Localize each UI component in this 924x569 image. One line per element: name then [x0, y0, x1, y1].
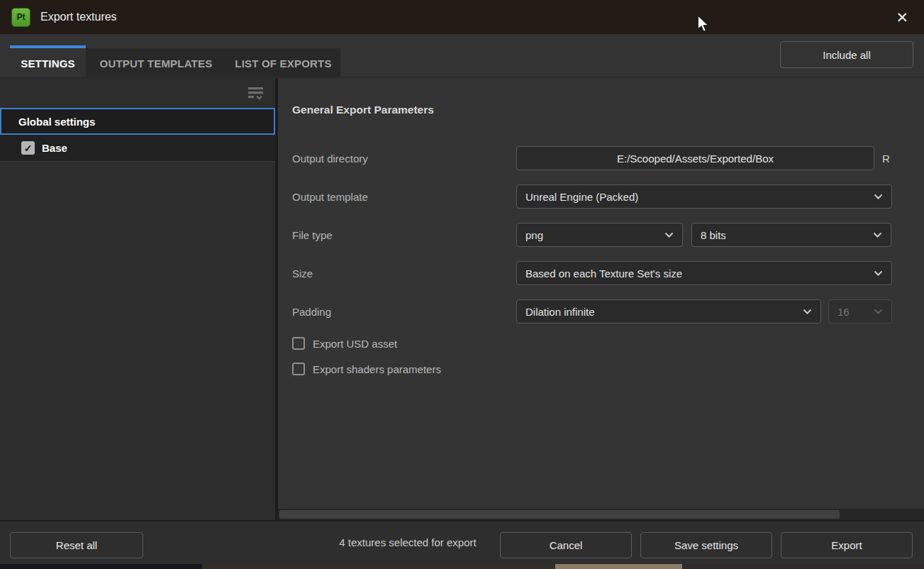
dropdown-value: 16 — [837, 306, 850, 318]
padding-algorithm-dropdown[interactable]: Dilation infinite — [516, 299, 821, 324]
file-type-dropdown[interactable]: png — [516, 223, 683, 247]
output-directory-input[interactable] — [516, 146, 874, 170]
chevron-down-icon — [873, 232, 882, 238]
checkbox-label: Export USD asset — [313, 338, 397, 350]
sidebar-header — [0, 78, 275, 108]
substance-painter-app-icon: Pt — [11, 8, 30, 27]
chevron-down-icon — [874, 309, 883, 314]
close-icon[interactable]: ✕ — [891, 9, 913, 26]
cancel-button[interactable]: Cancel — [500, 532, 632, 558]
export-shaders-parameters-checkbox[interactable] — [292, 363, 305, 375]
dropdown-value: png — [525, 229, 543, 241]
title-bar: Pt Export textures ✕ — [0, 0, 924, 34]
include-all-button[interactable]: Include all — [780, 41, 913, 68]
background-app-strip — [0, 564, 924, 569]
file-type-row: File type png 8 bits — [292, 216, 892, 254]
output-directory-row: Output directory R — [292, 139, 892, 177]
reset-field-shortcut[interactable]: R — [882, 153, 890, 165]
export-usd-asset-checkbox[interactable] — [292, 337, 305, 350]
field-label: Size — [292, 267, 516, 280]
field-label: File type — [292, 229, 516, 241]
tab-bar: SETTINGS OUTPUT TEMPLATES LIST OF EXPORT… — [10, 45, 340, 78]
texture-set-sidebar: Global settings ✓ Base — [0, 78, 275, 520]
window-title: Export textures — [40, 11, 117, 23]
chevron-down-icon — [874, 194, 883, 199]
horizontal-scrollbar-thumb[interactable] — [279, 510, 840, 519]
base-checkbox[interactable]: ✓ — [21, 141, 35, 155]
chevron-down-icon — [803, 309, 812, 314]
horizontal-scrollbar[interactable] — [278, 509, 924, 520]
footer-bar: Reset all 4 textures selected for export… — [0, 520, 924, 564]
save-settings-button[interactable]: Save settings — [640, 532, 772, 558]
tab-settings[interactable]: SETTINGS — [10, 45, 86, 78]
output-template-row: Output template Unreal Engine (Packed) — [292, 177, 892, 216]
padding-row: Padding Dilation infinite 16 — [292, 292, 892, 331]
export-button[interactable]: Export — [781, 532, 913, 558]
sidebar-item-global-settings[interactable]: Global settings — [0, 108, 275, 135]
dropdown-value: 8 bits — [701, 229, 726, 241]
export-usd-asset-row[interactable]: Export USD asset — [292, 331, 892, 356]
dropdown-value: Dilation infinite — [525, 306, 595, 318]
export-shaders-parameters-row[interactable]: Export shaders parameters — [292, 356, 892, 382]
tab-list-of-exports[interactable]: LIST OF EXPORTS — [226, 48, 340, 78]
checkbox-label: Export shaders parameters — [313, 363, 441, 375]
settings-panel: General Export Parameters Output directo… — [278, 78, 924, 509]
output-template-dropdown[interactable]: Unreal Engine (Packed) — [516, 184, 892, 209]
tab-output-templates[interactable]: OUTPUT TEMPLATES — [86, 48, 226, 78]
dropdown-value: Unreal Engine (Packed) — [525, 191, 638, 203]
size-dropdown[interactable]: Based on each Texture Set's size — [516, 261, 892, 285]
export-textures-dialog: Pt Export textures ✕ SETTINGS OUTPUT TEM… — [0, 0, 924, 569]
size-row: Size Based on each Texture Set's size — [292, 254, 892, 292]
dropdown-value: Based on each Texture Set's size — [525, 267, 682, 280]
field-label: Padding — [292, 306, 516, 318]
sidebar-item-label: Base — [42, 142, 67, 154]
sidebar-item-label: Global settings — [18, 116, 95, 128]
field-label: Output template — [292, 191, 516, 203]
padding-size-dropdown: 16 — [828, 299, 892, 324]
field-label: Output directory — [292, 153, 516, 165]
reset-all-button[interactable]: Reset all — [10, 532, 143, 558]
list-options-icon[interactable] — [246, 85, 265, 104]
sidebar-item-base[interactable]: ✓ Base — [0, 135, 275, 162]
chevron-down-icon — [874, 270, 883, 276]
section-heading: General Export Parameters — [292, 104, 892, 116]
chevron-down-icon — [664, 232, 674, 238]
export-status-text: 4 textures selected for export — [298, 521, 518, 564]
bit-depth-dropdown[interactable]: 8 bits — [691, 223, 891, 247]
